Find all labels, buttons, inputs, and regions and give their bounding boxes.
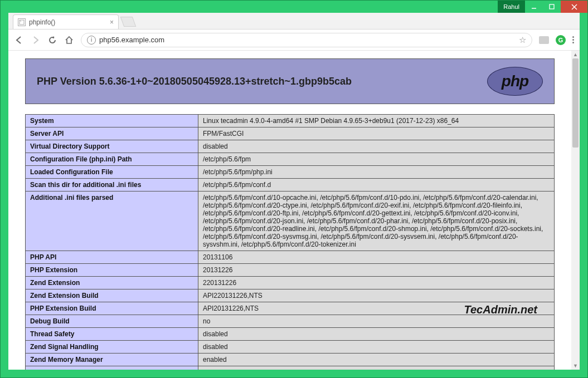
browser-menu-button[interactable] — [572, 36, 574, 43]
browser-toolbar: i php56.example.com ☆ G — [8, 30, 580, 51]
camera-icon[interactable] — [539, 36, 549, 44]
config-key: Server API — [26, 127, 198, 140]
scroll-down-arrow-icon[interactable]: ▼ — [571, 362, 580, 370]
table-row: PHP API20131106 — [26, 251, 555, 264]
config-value: /etc/php/5.6/fpm/conf.d/10-opcache.ini, … — [198, 192, 555, 251]
config-value: 20131106 — [198, 251, 555, 264]
browser-tabbar: phpinfo() × — [8, 13, 580, 30]
config-value: disabled — [198, 341, 555, 354]
config-value: API220131226,NTS — [198, 289, 555, 302]
config-key: Thread Safety — [26, 328, 198, 341]
config-value: FPM/FastCGI — [198, 127, 555, 140]
table-row: SystemLinux tecadmin 4.9.0-4-amd64 #1 SM… — [26, 115, 555, 127]
back-button[interactable] — [14, 35, 24, 45]
config-value: API20131226,NTSTecAdmin.net — [198, 302, 555, 315]
table-row: Thread Safetydisabled — [26, 328, 555, 341]
table-row: Server APIFPM/FastCGI — [26, 127, 555, 140]
new-tab-button[interactable] — [120, 17, 137, 27]
php-logo-text: php — [502, 72, 528, 90]
page-viewport: PHP Version 5.6.36-1+0~20180505045928.13… — [8, 51, 580, 370]
config-value: /etc/php/5.6/fpm/conf.d — [198, 179, 555, 192]
config-key: Debug Build — [26, 315, 198, 328]
config-key: Scan this dir for additional .ini files — [26, 179, 198, 192]
forward-button[interactable] — [31, 35, 41, 45]
config-value: 220131226 — [198, 277, 555, 289]
config-value: disabled — [198, 366, 555, 370]
config-value: enabled — [198, 354, 555, 366]
user-badge[interactable]: Rahul — [498, 1, 525, 13]
config-key: System — [26, 115, 198, 127]
home-button[interactable] — [64, 35, 74, 45]
vertical-scrollbar[interactable]: ▲ ▼ — [571, 51, 580, 370]
tab-title: phpinfo() — [29, 18, 55, 26]
svg-rect-1 — [550, 4, 554, 9]
table-row: Additional .ini files parsed/etc/php/5.6… — [26, 192, 555, 251]
php-version-title: PHP Version 5.6.36-1+0~20180505045928.13… — [37, 76, 352, 87]
window-maximize-button[interactable] — [543, 1, 561, 13]
page-favicon-icon — [18, 18, 26, 26]
table-row: Zend Extension BuildAPI220131226,NTS — [26, 289, 555, 302]
scroll-up-arrow-icon[interactable]: ▲ — [571, 51, 580, 58]
url-text: php56.example.com — [99, 36, 164, 44]
table-row: Loaded Configuration File/etc/php/5.6/fp… — [26, 166, 555, 179]
config-key: Additional .ini files parsed — [26, 192, 198, 251]
table-row: Debug Buildno — [26, 315, 555, 328]
tab-close-icon[interactable]: × — [110, 18, 114, 26]
table-row: Virtual Directory Supportdisabled — [26, 140, 555, 153]
config-value: Linux tecadmin 4.9.0-4-amd64 #1 SMP Debi… — [198, 115, 555, 127]
phpinfo-header: PHP Version 5.6.36-1+0~20180505045928.13… — [25, 58, 555, 104]
config-key: PHP API — [26, 251, 198, 264]
reload-button[interactable] — [47, 35, 57, 45]
browser-tab[interactable]: phpinfo() × — [13, 14, 119, 29]
config-key: Zend Signal Handling — [26, 341, 198, 354]
config-value: disabled — [198, 328, 555, 341]
address-bar[interactable]: i php56.example.com ☆ — [81, 33, 532, 47]
window-close-button[interactable] — [561, 1, 587, 13]
config-key: Zend Extension — [26, 277, 198, 289]
config-key: Zend Extension Build — [26, 289, 198, 302]
table-row: Zend Signal Handlingdisabled — [26, 341, 555, 354]
table-row: Scan this dir for additional .ini files/… — [26, 179, 555, 192]
config-key: PHP Extension — [26, 264, 198, 277]
config-key: Virtual Directory Support — [26, 140, 198, 153]
table-row: PHP Extension20131226 — [26, 264, 555, 277]
php-logo: php — [487, 67, 543, 96]
table-row: PHP Extension BuildAPI20131226,NTSTecAdm… — [26, 302, 555, 315]
config-value: no — [198, 315, 555, 328]
config-key: Zend Multibyte Support — [26, 366, 198, 370]
table-row: Zend Multibyte Supportdisabled — [26, 366, 555, 370]
window-minimize-button[interactable] — [525, 1, 543, 13]
window-titlebar: Rahul — [1, 1, 587, 13]
config-value: /etc/php/5.6/fpm — [198, 153, 555, 166]
config-key: Loaded Configuration File — [26, 166, 198, 179]
config-value: disabled — [198, 140, 555, 153]
table-row: Zend Memory Managerenabled — [26, 354, 555, 366]
config-key: Configuration File (php.ini) Path — [26, 153, 198, 166]
config-value: /etc/php/5.6/fpm/php.ini — [198, 166, 555, 179]
bookmark-star-icon[interactable]: ☆ — [519, 35, 526, 45]
config-key: Zend Memory Manager — [26, 354, 198, 366]
table-row: Zend Extension220131226 — [26, 277, 555, 289]
config-key: PHP Extension Build — [26, 302, 198, 315]
phpinfo-table: SystemLinux tecadmin 4.9.0-4-amd64 #1 SM… — [25, 114, 555, 370]
site-info-icon[interactable]: i — [87, 36, 96, 45]
table-row: Configuration File (php.ini) Path/etc/ph… — [26, 153, 555, 166]
config-value: 20131226 — [198, 264, 555, 277]
grammarly-icon[interactable]: G — [556, 35, 566, 45]
scroll-thumb[interactable] — [572, 58, 579, 148]
